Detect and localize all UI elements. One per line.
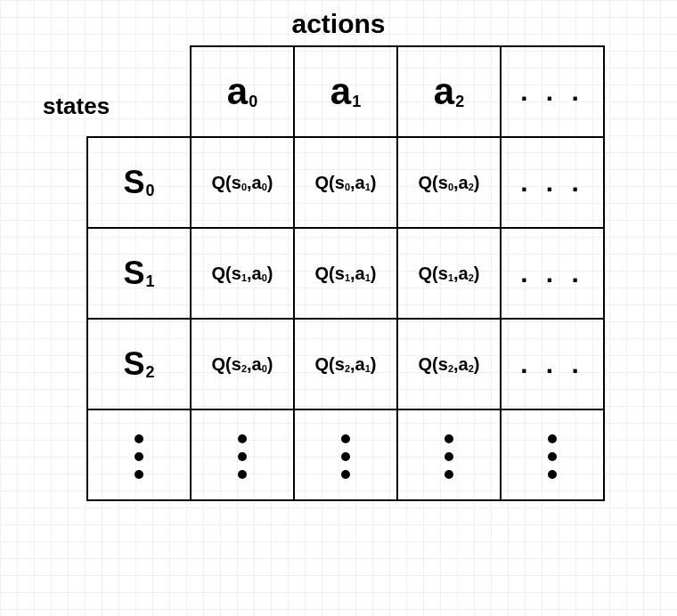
row-header-s2: S2	[87, 319, 191, 409]
row-header-main: S	[123, 345, 144, 382]
q-s: s	[438, 354, 448, 374]
row-header-more	[87, 409, 191, 500]
q-value-table: a0 a1 a2 . . . S0 Q(s0,a0) Q(s0,a1)	[86, 45, 605, 501]
q-s-sub: 2	[241, 363, 247, 374]
q-a-sub: 2	[469, 363, 474, 374]
q-a-sub: 1	[365, 363, 371, 374]
ellipsis-icon: . . .	[520, 258, 584, 288]
q-s-sub: 1	[345, 272, 350, 283]
cell-more	[501, 409, 604, 500]
col-header-main: a	[227, 70, 248, 112]
q-a: a	[252, 263, 262, 283]
col-header-a2: a2	[397, 46, 501, 137]
q-s: s	[232, 263, 241, 283]
q-letter: Q	[419, 354, 433, 374]
col-header-sub: 0	[249, 93, 257, 110]
q-letter: Q	[212, 354, 226, 374]
row-header-sub: 2	[146, 363, 155, 381]
q-s: s	[438, 263, 448, 283]
q-s-sub: 1	[241, 272, 247, 283]
q-cell: Q(s0,a0)	[191, 137, 294, 228]
row-header-sub: 1	[146, 272, 155, 290]
col-header-a1: a1	[294, 46, 397, 137]
q-cell: Q(s1,a2)	[397, 228, 501, 319]
q-cell: Q(s2,a2)	[397, 319, 501, 409]
q-a-sub: 1	[365, 272, 371, 283]
q-cell: Q(s2,a0)	[191, 319, 294, 409]
vertical-ellipsis-icon	[341, 434, 350, 479]
q-a: a	[252, 173, 262, 192]
q-s: s	[335, 354, 345, 374]
q-a: a	[355, 263, 365, 283]
row-more: . . .	[501, 137, 604, 228]
q-s: s	[335, 173, 345, 192]
q-a: a	[252, 354, 262, 374]
q-s-sub: 0	[345, 182, 350, 192]
q-letter: Q	[315, 173, 330, 192]
row-header-s0: S0	[87, 137, 191, 228]
vertical-ellipsis-icon	[238, 434, 247, 479]
q-cell: Q(s0,a2)	[397, 137, 501, 228]
cell-more	[397, 409, 501, 500]
row-header-main: S	[123, 164, 144, 200]
cell-more	[294, 409, 397, 500]
row-header-main: S	[123, 255, 144, 291]
q-letter: Q	[419, 263, 433, 283]
col-header-main: a	[434, 70, 454, 112]
vertical-ellipsis-icon	[135, 434, 143, 479]
q-s-sub: 2	[345, 363, 350, 374]
col-header-more: . . .	[501, 46, 604, 137]
q-s: s	[232, 173, 241, 192]
q-a-sub: 2	[469, 272, 474, 283]
table-row: S2 Q(s2,a0) Q(s2,a1) Q(s2,a2) . . .	[87, 319, 604, 409]
q-s: s	[335, 263, 345, 283]
actions-axis-label: actions	[0, 11, 677, 37]
blank-corner	[87, 46, 191, 137]
q-cell: Q(s2,a1)	[294, 319, 397, 409]
col-header-main: a	[330, 70, 351, 112]
q-cell: Q(s1,a0)	[191, 228, 294, 319]
q-a-sub: 0	[262, 363, 267, 374]
vertical-ellipsis-icon	[445, 434, 453, 479]
q-a: a	[459, 263, 469, 283]
q-s: s	[232, 354, 241, 374]
q-a-sub: 0	[262, 272, 267, 283]
q-letter: Q	[212, 173, 226, 192]
row-more: . . .	[501, 228, 604, 319]
cell-more	[191, 409, 294, 500]
col-header-sub: 1	[352, 93, 361, 110]
vertical-ellipsis-icon	[548, 434, 557, 479]
q-letter: Q	[419, 173, 433, 192]
q-s-sub: 1	[448, 272, 453, 283]
q-letter: Q	[315, 263, 330, 283]
col-header-a0: a0	[191, 46, 294, 137]
q-a-sub: 0	[262, 182, 267, 192]
q-a: a	[355, 173, 365, 192]
q-a: a	[459, 173, 469, 192]
ellipsis-icon: . . .	[520, 167, 584, 197]
q-a-sub: 2	[469, 182, 474, 192]
row-header-s1: S1	[87, 228, 191, 319]
table-row-more	[87, 409, 604, 500]
q-s-sub: 2	[448, 363, 453, 374]
q-letter: Q	[315, 354, 330, 374]
row-more: . . .	[501, 319, 604, 409]
table-row: S1 Q(s1,a0) Q(s1,a1) Q(s1,a2) . . .	[87, 228, 604, 319]
q-a: a	[355, 354, 365, 374]
ellipsis-icon: . . .	[520, 77, 584, 106]
q-cell: Q(s1,a1)	[294, 228, 397, 319]
ellipsis-icon: . . .	[520, 349, 584, 378]
q-cell: Q(s0,a1)	[294, 137, 397, 228]
q-a-sub: 1	[365, 182, 371, 192]
table-row: S0 Q(s0,a0) Q(s0,a1) Q(s0,a2) . . .	[87, 137, 604, 228]
table-header-row: a0 a1 a2 . . .	[87, 46, 604, 137]
col-header-sub: 2	[455, 93, 464, 110]
q-s: s	[438, 173, 448, 192]
q-a: a	[459, 354, 469, 374]
row-header-sub: 0	[146, 182, 155, 199]
q-s-sub: 0	[448, 182, 453, 192]
q-s-sub: 0	[241, 182, 247, 192]
q-letter: Q	[212, 263, 226, 283]
stage: actions states a0 a1 a2 . . . S0 Q(s	[0, 0, 677, 616]
